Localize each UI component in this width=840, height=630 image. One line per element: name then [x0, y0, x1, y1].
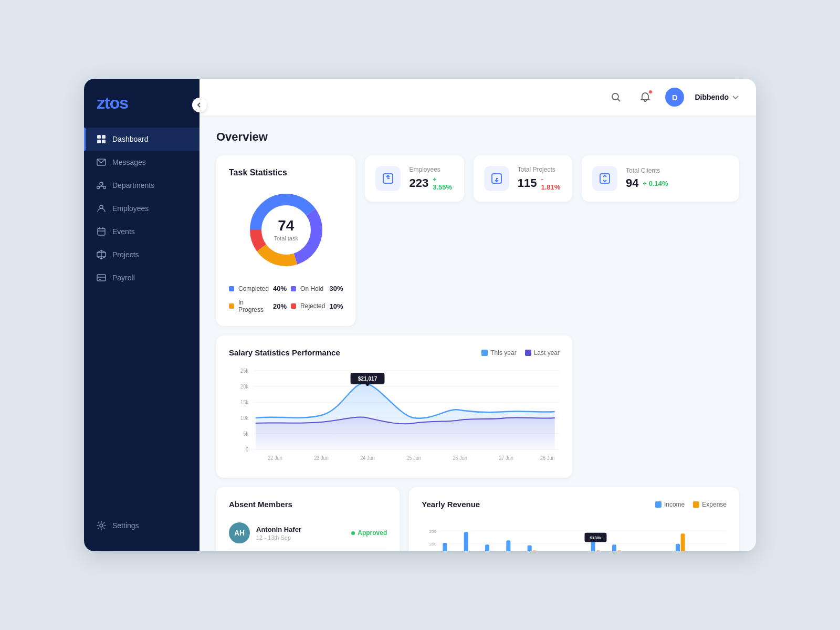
donut-chart: 74 Total task — [244, 188, 328, 272]
stat-card-employees: Employees 223 + 3.55% — [365, 155, 464, 202]
svg-text:26 Jun: 26 Jun — [453, 455, 467, 461]
avatar: D — [665, 88, 684, 107]
svg-text:25k: 25k — [240, 368, 248, 374]
sidebar-item-departments[interactable]: Departments — [84, 174, 200, 197]
stat-icon-employees — [375, 166, 401, 191]
svg-rect-79 — [528, 545, 532, 551]
income-legend: Income — [655, 501, 685, 508]
collapse-button[interactable] — [192, 98, 207, 112]
donut-label: Total task — [274, 235, 298, 242]
legend-dot-inprogress — [229, 303, 234, 309]
stat-change-clients: + 0.14% — [643, 180, 668, 187]
donut-chart-container: 74 Total task — [229, 188, 343, 272]
legend-item-completed: Completed 40% — [229, 285, 287, 292]
member-item: JR Jennifer Reid Tomorrow Pending — [229, 549, 387, 551]
user-menu[interactable]: Dibbendo — [695, 93, 739, 101]
legend-item-inprogress: In Progress 20% — [229, 299, 287, 313]
svg-rect-90 — [617, 551, 622, 551]
legend-dot-rejected — [291, 303, 296, 309]
absent-members-title: Absent Members — [229, 500, 387, 509]
sidebar-item-projects[interactable]: Projects — [84, 243, 200, 266]
salary-chart-legend: This year Last year — [481, 349, 560, 356]
search-button[interactable] — [606, 88, 625, 107]
this-year-color — [481, 350, 488, 356]
income-label: Income — [664, 501, 685, 508]
main-content: D Dibbendo Overview — [200, 79, 756, 551]
member-avatar: AH — [229, 522, 250, 543]
salary-chart-area: 25k 20k 15k 10k 5k 0 22 Jun 23 Jun 24 Ju… — [229, 365, 560, 465]
stat-icon-projects — [484, 166, 509, 191]
last-year-label: Last year — [534, 349, 560, 356]
task-legend: Completed 40% On Hold 30% In Progress 20… — [229, 285, 343, 313]
svg-text:25 Jun: 25 Jun — [406, 455, 421, 461]
stat-change-projects: - 1.81% — [541, 175, 562, 191]
svg-rect-96 — [681, 533, 685, 551]
sidebar-item-dashboard[interactable]: Dashboard — [84, 128, 200, 151]
stat-info-employees: Employees 223 + 3.55% — [409, 166, 453, 191]
stat-card-clients: Total Clients 94 + 0.14% — [582, 155, 739, 202]
stat-card-projects: Total Projects 115 - 1.81% — [474, 155, 572, 202]
sidebar-bottom: Settings — [84, 505, 200, 551]
svg-rect-73 — [464, 532, 468, 551]
stat-info-projects: Total Projects 115 - 1.81% — [518, 166, 562, 191]
svg-rect-1 — [102, 135, 106, 139]
sidebar-item-label: Employees — [112, 204, 149, 213]
svg-text:10k: 10k — [240, 415, 248, 421]
sidebar-item-label: Dashboard — [112, 135, 149, 143]
legend-dot-onhold — [291, 286, 296, 291]
revenue-chart-area: 250 200 150 100 50 0 — [422, 517, 727, 551]
logo: ztos — [84, 79, 200, 123]
svg-rect-77 — [507, 540, 511, 551]
svg-rect-2 — [97, 140, 101, 143]
svg-rect-20 — [97, 275, 106, 281]
this-year-label: This year — [490, 349, 516, 356]
sidebar-item-employees[interactable]: Employees — [84, 197, 200, 220]
svg-text:250: 250 — [429, 529, 437, 534]
stat-icon-clients — [592, 166, 617, 191]
app-container: ztos Dashboard — [84, 79, 756, 551]
svg-rect-89 — [612, 544, 616, 551]
sidebar-item-payroll[interactable]: Payroll — [84, 266, 200, 289]
sidebar-item-settings[interactable]: Settings — [97, 516, 187, 536]
svg-text:20k: 20k — [240, 384, 248, 390]
svg-text:0: 0 — [246, 447, 248, 453]
notifications-button[interactable] — [636, 88, 655, 107]
expense-legend: Expense — [693, 501, 727, 508]
sidebar-item-label: Payroll — [112, 274, 135, 282]
status-badge: Approved — [351, 529, 387, 537]
svg-rect-12 — [98, 228, 105, 235]
svg-rect-3 — [102, 140, 106, 143]
absent-members-card: Absent Members AH Antonin Hafer 12 - 13t… — [216, 487, 400, 551]
svg-text:24 Jun: 24 Jun — [360, 455, 375, 461]
sidebar-item-messages[interactable]: Messages — [84, 151, 200, 174]
sidebar-nav: Dashboard Messages — [84, 123, 200, 505]
header: D Dibbendo — [200, 79, 756, 116]
stat-label-employees: Employees — [409, 166, 453, 173]
revenue-chart-card: Yearly Revenue Income Expense — [409, 487, 739, 551]
task-stats-card: Task Statistics — [216, 155, 355, 326]
user-name-text: Dibbendo — [695, 93, 729, 101]
settings-label: Settings — [112, 521, 139, 530]
last-year-color — [525, 350, 531, 356]
stat-label-clients: Total Clients — [626, 167, 729, 174]
revenue-chart-title: Yearly Revenue — [422, 500, 480, 509]
stat-change-employees: + 3.55% — [433, 175, 454, 191]
stat-value-employees: 223 + 3.55% — [409, 175, 453, 191]
status-dot — [351, 531, 355, 535]
sidebar-item-events[interactable]: Events — [84, 220, 200, 243]
member-info: Antonin Hafer 12 - 13th Sep — [256, 526, 345, 541]
sidebar: ztos Dashboard — [84, 79, 200, 551]
salary-chart-svg: 25k 20k 15k 10k 5k 0 22 Jun 23 Jun 24 Ju… — [229, 365, 560, 465]
member-date: 12 - 13th Sep — [256, 534, 345, 541]
legend-item-onhold: On Hold 30% — [291, 285, 343, 292]
salary-chart-title: Salary Statistics Performance — [229, 348, 340, 357]
donut-total: 74 — [274, 218, 298, 233]
this-year-legend: This year — [481, 349, 516, 356]
stat-value-projects: 115 - 1.81% — [518, 175, 562, 191]
member-item: AH Antonin Hafer 12 - 13th Sep Approved — [229, 517, 387, 549]
sidebar-item-label: Projects — [112, 250, 139, 259]
svg-point-24 — [612, 93, 618, 100]
revenue-chart-header: Yearly Revenue Income Expense — [422, 500, 727, 509]
salary-chart-card: Salary Statistics Performance This year … — [216, 335, 572, 478]
expense-color — [693, 501, 699, 508]
